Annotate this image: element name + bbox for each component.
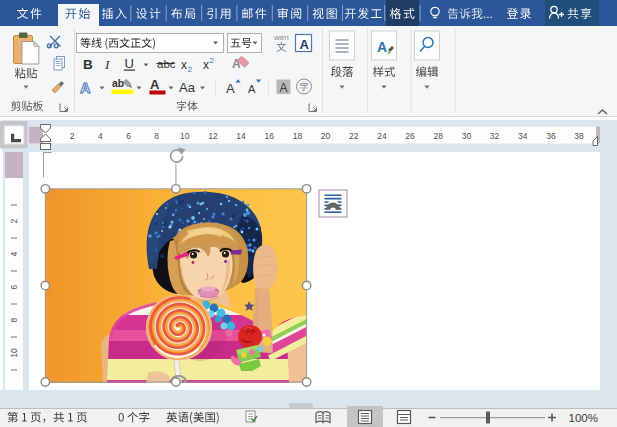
svg-text:36: 36 (546, 131, 556, 141)
svg-text:6: 6 (9, 284, 19, 289)
svg-text:I: I (104, 57, 111, 72)
svg-text:28: 28 (433, 131, 443, 141)
svg-text:32: 32 (490, 131, 500, 141)
svg-text:U: U (125, 56, 134, 71)
svg-text:14: 14 (236, 131, 246, 141)
svg-text:A: A (300, 37, 310, 52)
svg-text:2: 2 (70, 131, 75, 141)
svg-text:2: 2 (188, 65, 193, 74)
svg-text:A: A (248, 83, 256, 95)
svg-text:ab: ab (112, 77, 124, 89)
svg-text:24: 24 (377, 131, 387, 141)
svg-text:26: 26 (405, 131, 415, 141)
svg-text:12: 12 (208, 131, 218, 141)
svg-text:A: A (280, 81, 288, 95)
svg-text:4: 4 (9, 251, 19, 256)
svg-text:20: 20 (321, 131, 331, 141)
svg-text:30: 30 (462, 131, 472, 141)
svg-text:Aa: Aa (179, 80, 196, 95)
svg-text:100%: 100% (569, 412, 598, 424)
svg-text:A: A (226, 81, 235, 96)
svg-text:22: 22 (349, 131, 359, 141)
svg-text:18: 18 (293, 131, 303, 141)
svg-text:10: 10 (180, 131, 190, 141)
svg-text:34: 34 (518, 131, 528, 141)
svg-text:x: x (181, 58, 187, 72)
svg-text:B: B (83, 57, 93, 72)
svg-text:A: A (80, 80, 91, 96)
svg-text:8: 8 (154, 131, 159, 141)
svg-text:x: x (203, 58, 209, 72)
svg-text:A: A (150, 77, 160, 92)
svg-text:wén: wén (273, 33, 289, 42)
svg-text:2: 2 (210, 56, 215, 65)
svg-text:A: A (377, 39, 387, 55)
svg-text:8: 8 (9, 317, 19, 322)
svg-text:38: 38 (574, 131, 584, 141)
svg-text:6: 6 (126, 131, 131, 141)
svg-text:2: 2 (9, 218, 19, 223)
svg-text:10: 10 (9, 348, 19, 358)
svg-text:4: 4 (98, 131, 103, 141)
svg-text:16: 16 (265, 131, 275, 141)
